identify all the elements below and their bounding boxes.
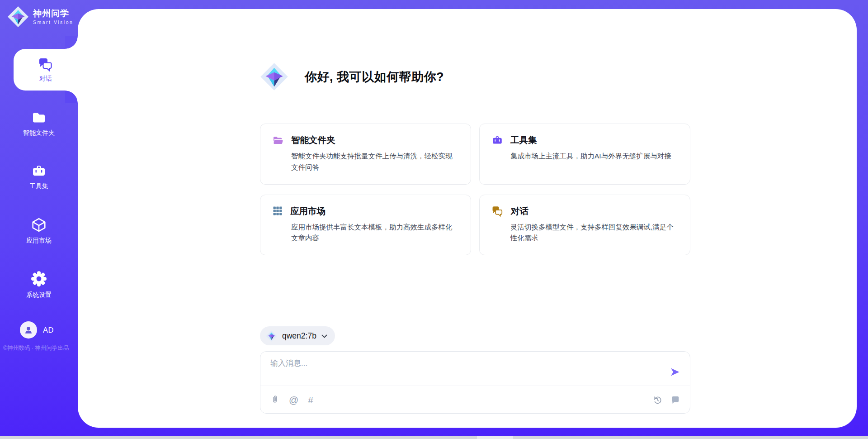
chat-bubble-icon bbox=[670, 395, 680, 405]
feature-cards: 智能文件夹 智能文件夹功能支持批量文件上传与清洗，轻松实现文件问答 工具集 集成… bbox=[260, 124, 690, 255]
copyright-footer: ©神州数码 · 神州问学出品 bbox=[3, 344, 77, 352]
card-toolset[interactable]: 工具集 集成市场上主流工具，助力AI与外界无缝扩展与对接 bbox=[479, 124, 690, 185]
sidebar: 神州问学 Smart Vision 对话 智能文件夹 工具集 bbox=[0, 0, 78, 436]
card-description: 智能文件夹功能支持批量文件上传与清洗，轻松实现文件问答 bbox=[291, 151, 459, 173]
card-app-market[interactable]: 应用市场 应用市场提供丰富长文本模板，助力高效生成多样化文章内容 bbox=[260, 195, 471, 256]
sidebar-item-label: 智能文件夹 bbox=[23, 129, 55, 137]
card-smart-folder[interactable]: 智能文件夹 智能文件夹功能支持批量文件上传与清洗，轻松实现文件问答 bbox=[260, 124, 471, 185]
paperclip-icon bbox=[270, 395, 279, 405]
sidebar-item-app-market[interactable]: 应用市场 bbox=[0, 217, 78, 245]
folder-open-icon bbox=[272, 135, 284, 146]
card-chat[interactable]: 对话 灵活切换多模型文件，支持多样回复效果调试,满足个性化需求 bbox=[479, 195, 690, 256]
gear-icon bbox=[31, 271, 47, 287]
card-title: 智能文件夹 bbox=[291, 134, 335, 146]
quick-chat-button[interactable] bbox=[670, 395, 680, 405]
main-panel: 你好, 我可以如何帮助你? 智能文件夹 智能文件夹功能支持批量文件上传与清洗，轻… bbox=[78, 9, 857, 428]
message-input[interactable] bbox=[270, 358, 623, 381]
sidebar-item-label: 应用市场 bbox=[26, 237, 52, 245]
app-window: 神州问学 Smart Vision 对话 智能文件夹 工具集 bbox=[0, 0, 868, 436]
user-initials: AD bbox=[43, 326, 54, 334]
gem-logo-icon bbox=[260, 62, 288, 91]
user-avatar-icon bbox=[24, 325, 33, 335]
card-title: 对话 bbox=[511, 205, 528, 217]
sidebar-item-label: 工具集 bbox=[29, 182, 48, 191]
sidebar-item-label: 系统设置 bbox=[26, 291, 52, 299]
model-name: qwen2:7b bbox=[282, 331, 316, 341]
sidebar-item-settings[interactable]: 系统设置 bbox=[0, 271, 78, 299]
sidebar-item-chat[interactable]: 对话 bbox=[14, 49, 78, 91]
send-icon bbox=[669, 367, 681, 377]
chat-icon bbox=[38, 57, 53, 72]
grid-icon bbox=[272, 205, 283, 216]
gem-logo-icon bbox=[266, 330, 277, 342]
chevron-down-icon bbox=[321, 334, 327, 338]
sidebar-item-toolset[interactable]: 工具集 bbox=[0, 164, 78, 191]
card-title: 应用市场 bbox=[290, 205, 326, 217]
message-composer: @ # bbox=[260, 351, 690, 414]
card-description: 应用市场提供丰富长文本模板，助力高效生成多样化文章内容 bbox=[291, 222, 459, 244]
folder-icon bbox=[31, 110, 47, 125]
brand-name: 神州问学 bbox=[33, 9, 73, 19]
history-button[interactable] bbox=[653, 395, 662, 405]
chat-icon bbox=[491, 205, 504, 217]
toolbox-icon bbox=[491, 135, 503, 146]
sidebar-item-smart-folder[interactable]: 智能文件夹 bbox=[0, 110, 78, 137]
main-content: 你好, 我可以如何帮助你? 智能文件夹 智能文件夹功能支持批量文件上传与清洗，轻… bbox=[260, 9, 690, 414]
greeting-block: 你好, 我可以如何帮助你? bbox=[260, 62, 690, 91]
history-icon bbox=[653, 395, 662, 405]
card-description: 灵活切换多模型文件，支持多样回复效果调试,满足个性化需求 bbox=[510, 222, 678, 244]
greeting-text: 你好, 我可以如何帮助你? bbox=[305, 69, 444, 85]
horizontal-scrollbar[interactable] bbox=[0, 436, 868, 439]
sidebar-item-label: 对话 bbox=[39, 75, 52, 83]
brand-logo: 神州问学 Smart Vision bbox=[7, 6, 73, 28]
card-title: 工具集 bbox=[510, 134, 537, 146]
attach-file-button[interactable] bbox=[270, 395, 279, 405]
send-button[interactable] bbox=[668, 366, 682, 380]
card-description: 集成市场上主流工具，助力AI与外界无缝扩展与对接 bbox=[510, 151, 678, 162]
avatar bbox=[20, 321, 37, 339]
model-selector[interactable]: qwen2:7b bbox=[260, 326, 335, 345]
composer-toolbar: @ # bbox=[260, 386, 690, 413]
user-profile[interactable]: AD bbox=[20, 321, 54, 339]
gem-logo-icon bbox=[7, 6, 29, 28]
briefcase-icon bbox=[31, 164, 47, 178]
at-icon[interactable]: @ bbox=[289, 395, 298, 405]
scrollbar-thumb[interactable] bbox=[477, 436, 513, 439]
hash-icon[interactable]: # bbox=[308, 395, 313, 405]
brand-subtitle: Smart Vision bbox=[33, 19, 73, 25]
cube-icon bbox=[31, 217, 47, 233]
